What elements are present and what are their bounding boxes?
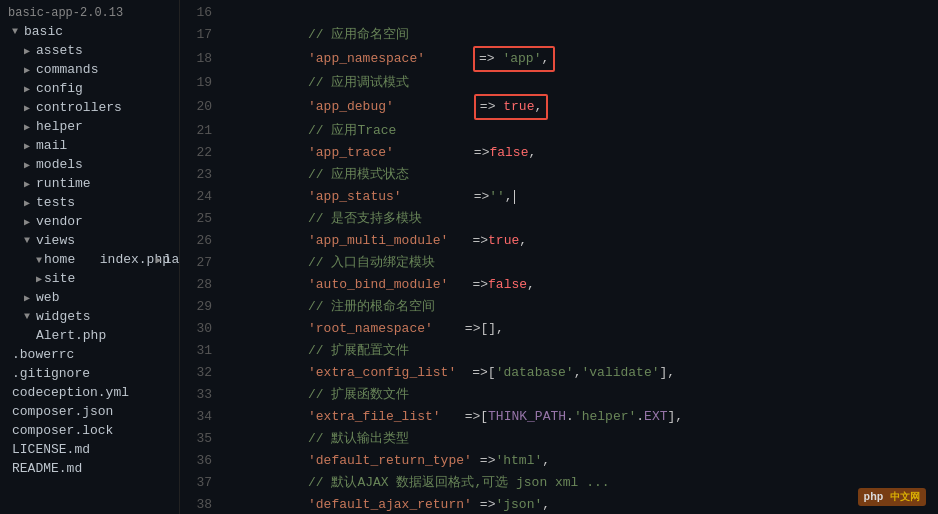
code-editor: 16 17 // 应用命名空间 18 'app_namespace' => 'a… bbox=[180, 0, 938, 514]
code-line-38: 38 'default_ajax_return' => 'json', bbox=[180, 494, 938, 514]
sidebar-item-bowerrc[interactable]: .bowerrc bbox=[0, 345, 179, 364]
sidebar-item-alertphp[interactable]: Alert.php bbox=[0, 326, 44, 345]
code-line-19: 19 // 应用调试模式 bbox=[180, 72, 938, 94]
sidebar-item-gitignore[interactable]: .gitignore bbox=[0, 364, 179, 383]
sidebar-item-composerjson[interactable]: composer.json bbox=[0, 402, 179, 421]
sidebar: basic-app-2.0.13 ▼basic ▶assets ▶command… bbox=[0, 0, 180, 514]
code-content: 16 17 // 应用命名空间 18 'app_namespace' => 'a… bbox=[180, 0, 938, 514]
sidebar-item-models[interactable]: ▶models bbox=[0, 155, 179, 174]
sidebar-item-composerlock[interactable]: composer.lock bbox=[0, 421, 179, 440]
code-line-36: 36 'default_return_type' => 'html', bbox=[180, 450, 938, 472]
sidebar-item-home[interactable]: ▼home bbox=[0, 250, 44, 269]
code-line-18: 18 'app_namespace' => 'app', bbox=[180, 46, 938, 72]
sidebar-title: basic-app-2.0.13 bbox=[0, 4, 179, 22]
sidebar-item-config[interactable]: ▶config bbox=[0, 79, 179, 98]
code-line-17: 17 // 应用命名空间 bbox=[180, 24, 938, 46]
php-site-name: 中文网 bbox=[890, 492, 920, 503]
sidebar-item-vendor[interactable]: ▶vendor bbox=[0, 212, 179, 231]
sidebar-item-controllers[interactable]: ▶controllers bbox=[0, 98, 179, 117]
code-line-23: 23 // 应用模式状态 bbox=[180, 164, 938, 186]
sidebar-item-mail[interactable]: ▶mail bbox=[0, 136, 179, 155]
highlight-app-debug: => true, bbox=[474, 94, 548, 120]
sidebar-item-commands[interactable]: ▶commands bbox=[0, 60, 179, 79]
code-line-35: 35 // 默认输出类型 bbox=[180, 428, 938, 450]
sidebar-item-layouts[interactable]: ▶layouts bbox=[120, 250, 164, 269]
sidebar-item-license[interactable]: LICENSE.md bbox=[0, 440, 179, 459]
code-line-22: 22 'app_trace' => false, bbox=[180, 142, 938, 164]
sidebar-item-web[interactable]: ▶web bbox=[0, 288, 179, 307]
code-line-31: 31 // 扩展配置文件 bbox=[180, 340, 938, 362]
code-line-25: 25 // 是否支持多模块 bbox=[180, 208, 938, 230]
code-line-29: 29 // 注册的根命名空间 bbox=[180, 296, 938, 318]
sidebar-item-codeception[interactable]: codeception.yml bbox=[0, 383, 179, 402]
code-line-16: 16 bbox=[180, 2, 938, 24]
sidebar-item-site[interactable]: ▶site bbox=[0, 269, 44, 288]
code-line-27: 27 // 入口自动绑定模块 bbox=[180, 252, 938, 274]
sidebar-item-widgets[interactable]: ▼widgets bbox=[0, 307, 179, 326]
code-line-32: 32 'extra_config_list' => ['database', '… bbox=[180, 362, 938, 384]
code-line-37: 37 // 默认AJAX 数据返回格式,可选 json xml ... bbox=[180, 472, 938, 494]
code-line-28: 28 'auto_bind_module' => false, bbox=[180, 274, 938, 296]
php-watermark: php 中文网 bbox=[858, 488, 926, 506]
sidebar-item-views[interactable]: ▼views bbox=[0, 231, 179, 250]
sidebar-item-helper[interactable]: ▶helper bbox=[0, 117, 179, 136]
sidebar-item-basic[interactable]: ▼basic bbox=[0, 22, 179, 41]
code-line-26: 26 'app_multi_module' => true, bbox=[180, 230, 938, 252]
text-cursor bbox=[514, 190, 515, 204]
sidebar-item-assets[interactable]: ▶assets bbox=[0, 41, 179, 60]
code-line-33: 33 // 扩展函数文件 bbox=[180, 384, 938, 406]
sidebar-item-indexphp[interactable]: index.php bbox=[52, 250, 112, 269]
code-line-24: 24 'app_status' => '', bbox=[180, 186, 938, 208]
code-line-30: 30 'root_namespace' => [], bbox=[180, 318, 938, 340]
sidebar-item-runtime[interactable]: ▶runtime bbox=[0, 174, 179, 193]
sidebar-item-tests[interactable]: ▶tests bbox=[0, 193, 179, 212]
code-line-34: 34 'extra_file_list' => [THINK_PATH . 'h… bbox=[180, 406, 938, 428]
code-line-20: 20 'app_debug' => true, bbox=[180, 94, 938, 120]
sidebar-item-readme[interactable]: README.md bbox=[0, 459, 179, 478]
php-label: php bbox=[864, 491, 884, 503]
highlight-app-namespace: => 'app', bbox=[473, 46, 555, 72]
code-line-21: 21 // 应用Trace bbox=[180, 120, 938, 142]
